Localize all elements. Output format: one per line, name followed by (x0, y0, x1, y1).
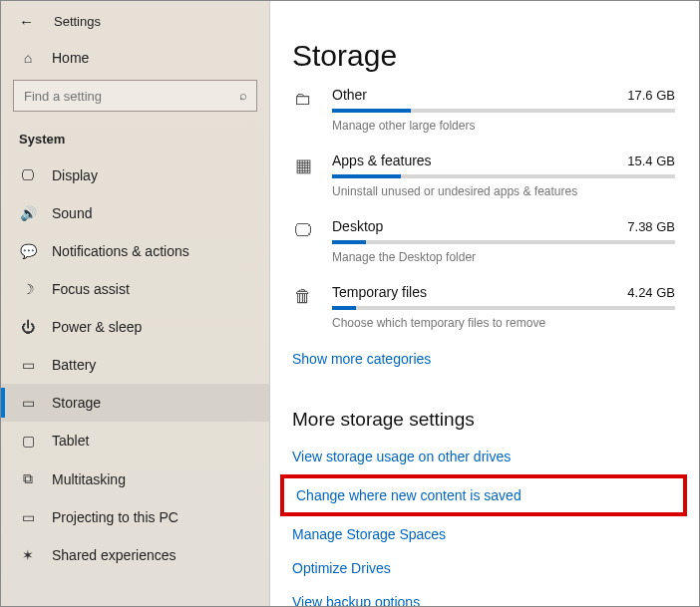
sidebar: ← Settings ⌂ Home ⌕ System 🖵 Display 🔊 S… (1, 1, 270, 606)
link-manage-storage-spaces[interactable]: Manage Storage Spaces (292, 526, 675, 542)
category-desktop[interactable]: 🖵 Desktop 7.38 GB Manage the Desktop fol… (292, 218, 675, 264)
sidebar-item-label: Shared experiences (52, 547, 176, 563)
sidebar-item-storage[interactable]: ▭ Storage (1, 384, 269, 422)
more-links: View storage usage on other drives Chang… (292, 449, 675, 606)
sidebar-item-multitasking[interactable]: ⧉ Multitasking (1, 459, 269, 498)
category-name: Desktop (332, 218, 383, 234)
usage-bar (332, 109, 675, 113)
power-icon: ⏻ (19, 319, 37, 335)
window-title: Settings (54, 14, 101, 29)
folder-icon: 🗀 (292, 87, 314, 133)
battery-icon: ▭ (19, 357, 37, 373)
home-icon: ⌂ (19, 50, 37, 66)
sidebar-list: 🖵 Display 🔊 Sound 💬 Notifications & acti… (1, 156, 269, 574)
category-apps[interactable]: ▦ Apps & features 15.4 GB Uninstall unus… (292, 152, 675, 198)
show-more-link[interactable]: Show more categories (292, 351, 431, 367)
sidebar-item-battery[interactable]: ▭ Battery (1, 346, 269, 384)
link-change-save-location[interactable]: Change where new content is saved (296, 487, 522, 503)
more-settings-heading: More storage settings (292, 409, 675, 431)
back-icon[interactable]: ← (19, 13, 34, 30)
category-other[interactable]: 🗀 Other 17.6 GB Manage other large folde… (292, 87, 675, 133)
category-size: 4.24 GB (627, 285, 675, 300)
category-name: Apps & features (332, 152, 432, 168)
category-sub: Manage the Desktop folder (332, 250, 675, 264)
search-input[interactable] (13, 80, 257, 112)
category-sub: Manage other large folders (332, 119, 675, 133)
section-heading: System (1, 126, 269, 156)
sidebar-item-label: Multitasking (52, 471, 126, 487)
category-name: Temporary files (332, 284, 427, 300)
sound-icon: 🔊 (19, 205, 37, 221)
usage-bar (332, 240, 675, 244)
focus-assist-icon: ☽ (19, 281, 37, 297)
notifications-icon: 💬 (19, 243, 37, 259)
sidebar-item-label: Storage (52, 395, 101, 411)
highlight-box: Change where new content is saved (280, 474, 687, 516)
category-size: 17.6 GB (627, 88, 675, 103)
sidebar-item-label: Notifications & actions (52, 243, 189, 259)
display-icon: 🖵 (19, 167, 37, 183)
link-view-usage-other-drives[interactable]: View storage usage on other drives (292, 449, 675, 464)
usage-bar (332, 306, 675, 310)
home-label: Home (52, 50, 89, 66)
link-optimize-drives[interactable]: Optimize Drives (292, 560, 675, 576)
category-sub: Uninstall unused or undesired apps & fea… (332, 184, 675, 198)
sidebar-header: ← Settings (1, 9, 269, 40)
search-wrap: ⌕ (1, 76, 269, 126)
search-icon: ⌕ (239, 88, 247, 103)
category-temp[interactable]: 🗑 Temporary files 4.24 GB Choose which t… (292, 284, 675, 330)
shared-experiences-icon: ✶ (19, 547, 37, 563)
sidebar-item-label: Tablet (52, 433, 89, 449)
sidebar-item-notifications[interactable]: 💬 Notifications & actions (1, 232, 269, 270)
sidebar-item-label: Sound (52, 205, 92, 221)
link-view-backup-options[interactable]: View backup options (292, 594, 675, 606)
sidebar-item-label: Battery (52, 357, 96, 373)
sidebar-item-label: Power & sleep (52, 319, 142, 335)
sidebar-item-home[interactable]: ⌂ Home (1, 40, 269, 76)
trash-icon: 🗑 (292, 284, 314, 330)
sidebar-item-focus-assist[interactable]: ☽ Focus assist (1, 270, 269, 308)
category-name: Other (332, 87, 367, 103)
sidebar-item-display[interactable]: 🖵 Display (1, 156, 269, 194)
multitasking-icon: ⧉ (19, 470, 37, 487)
category-size: 7.38 GB (627, 219, 675, 234)
sidebar-item-label: Focus assist (52, 281, 130, 297)
category-sub: Choose which temporary files to remove (332, 316, 675, 330)
sidebar-item-label: Display (52, 167, 98, 183)
apps-icon: ▦ (292, 152, 314, 198)
sidebar-item-label: Projecting to this PC (52, 509, 178, 525)
category-size: 15.4 GB (627, 153, 675, 168)
desktop-icon: 🖵 (292, 218, 314, 264)
projecting-icon: ▭ (19, 509, 37, 525)
sidebar-item-shared-experiences[interactable]: ✶ Shared experiences (1, 536, 269, 574)
page-title: Storage (292, 39, 675, 73)
usage-bar (332, 174, 675, 178)
sidebar-item-power-sleep[interactable]: ⏻ Power & sleep (1, 308, 269, 346)
sidebar-item-sound[interactable]: 🔊 Sound (1, 194, 269, 232)
storage-icon: ▭ (19, 395, 37, 411)
main-pane: Storage 🗀 Other 17.6 GB Manage other lar… (270, 1, 699, 606)
sidebar-item-projecting[interactable]: ▭ Projecting to this PC (1, 498, 269, 536)
tablet-icon: ▢ (19, 433, 37, 449)
sidebar-item-tablet[interactable]: ▢ Tablet (1, 422, 269, 459)
